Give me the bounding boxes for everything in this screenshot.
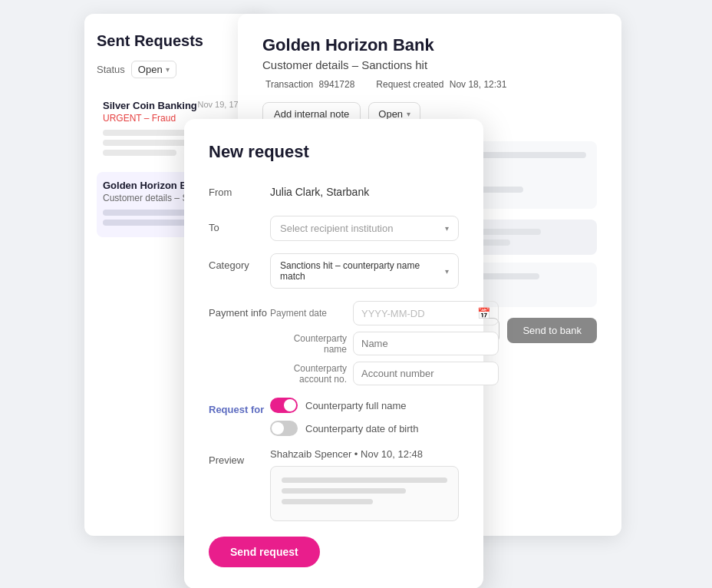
category-select[interactable]: Sanctions hit – counterparty name match … <box>270 253 459 289</box>
modal-footer: Send request <box>209 537 459 567</box>
chevron-down-icon: ▾ <box>166 65 170 74</box>
preview-row: Preview Shahzaib Spencer • Nov 10, 12:48 <box>209 448 459 521</box>
calendar-icon: 📅 <box>477 307 490 319</box>
toggle-knob <box>272 422 284 434</box>
counterparty-account-row: Counterparty account no. <box>270 362 499 385</box>
send-to-bank-button[interactable]: Send to bank <box>507 318 597 343</box>
category-row: Category Sanctions hit – counterparty na… <box>209 253 459 289</box>
payment-info-row: Payment info Payment date YYYY-MM-DD 📅 C… <box>209 301 459 385</box>
to-row: To Select recipient institution ▾ <box>209 216 459 241</box>
counterparty-name-label: Counterparty name <box>270 333 347 355</box>
preview-line <box>282 477 447 483</box>
payment-date-label: Payment date <box>270 308 347 319</box>
preview-section: Shahzaib Spencer • Nov 10, 12:48 <box>270 448 459 521</box>
request-for-label: Request for <box>209 398 270 415</box>
from-value-container: Julia Clark, Starbank <box>270 180 459 203</box>
payment-info-label: Payment info <box>209 301 270 319</box>
counterparty-account-input[interactable] <box>353 362 499 385</box>
payment-date-row: Payment date YYYY-MM-DD 📅 <box>270 301 499 325</box>
status-select-value: Open <box>138 64 163 75</box>
counterparty-name-input[interactable] <box>353 332 499 355</box>
to-select-container: Select recipient institution ▾ <box>270 216 459 241</box>
counterparty-account-label: Counterparty account no. <box>270 363 347 385</box>
request-for-row: Request for Counterparty full name Count… <box>209 398 459 436</box>
list-item-name: Silver Coin Banking <box>103 100 197 111</box>
modal-title: New request <box>209 142 459 162</box>
bank-subtitle: Customer details – Sanctions hit <box>262 58 597 71</box>
preview-label: Preview <box>209 448 270 466</box>
request-created-meta: Request created Nov 18, 12:31 <box>373 79 506 90</box>
from-label: From <box>209 180 270 198</box>
ph-line <box>103 150 176 156</box>
counterparty-name-row: Counterparty name <box>270 332 499 355</box>
counterparty-name-toggle[interactable] <box>270 398 298 413</box>
toggle-knob <box>284 399 296 411</box>
toggle-row-2: Counterparty date of birth <box>270 421 459 436</box>
from-value: Julia Clark, Starbank <box>270 180 459 203</box>
bank-meta: Transaction 8941728 Request created Nov … <box>262 79 597 90</box>
dob-toggle[interactable] <box>270 421 298 436</box>
preview-line <box>282 499 373 504</box>
preview-box <box>270 466 459 521</box>
status-label: Status <box>97 64 125 75</box>
sent-requests-title: Sent Requests <box>97 32 256 50</box>
recipient-select-placeholder: Select recipient institution <box>280 223 393 234</box>
toggle-row-1: Counterparty full name <box>270 398 459 413</box>
bank-title: Golden Horizon Bank <box>262 35 597 55</box>
preview-line <box>282 488 406 494</box>
request-for-group: Counterparty full name Counterparty date… <box>270 398 459 436</box>
from-row: From Julia Clark, Starbank <box>209 180 459 203</box>
recipient-select[interactable]: Select recipient institution ▾ <box>270 216 459 241</box>
status-row: Status Open ▾ <box>97 61 256 78</box>
transaction-meta: Transaction 8941728 <box>262 79 354 90</box>
category-select-value: Sanctions hit – counterparty name match <box>280 260 445 282</box>
toggle-label-1: Counterparty full name <box>305 400 407 411</box>
chevron-down-icon: ▾ <box>445 267 449 276</box>
bank-status-value: Open <box>378 108 403 120</box>
payment-date-placeholder: YYYY-MM-DD <box>361 308 425 319</box>
send-request-button[interactable]: Send request <box>209 537 320 567</box>
status-select[interactable]: Open ▾ <box>131 61 176 78</box>
preview-author: Shahzaib Spencer • Nov 10, 12:48 <box>270 448 459 460</box>
toggle-label-2: Counterparty date of birth <box>305 423 418 434</box>
category-select-container: Sanctions hit – counterparty name match … <box>270 253 459 289</box>
to-label: To <box>209 216 270 233</box>
new-request-modal: New request From Julia Clark, Starbank T… <box>184 119 483 588</box>
category-label: Category <box>209 253 270 271</box>
chevron-down-icon: ▾ <box>407 110 410 118</box>
payment-date-input[interactable]: YYYY-MM-DD 📅 <box>353 301 499 325</box>
payment-info-group: Payment date YYYY-MM-DD 📅 Counterparty n… <box>270 301 499 385</box>
chevron-down-icon: ▾ <box>445 224 449 233</box>
